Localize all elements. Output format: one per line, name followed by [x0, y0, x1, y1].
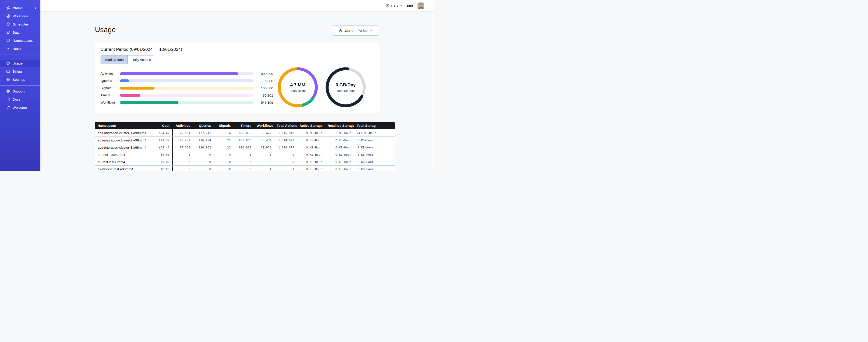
column-header-namespace: Namespace	[95, 124, 152, 128]
namespace-link[interactable]: abs-migration-cluster-2.a98mm4	[98, 138, 146, 142]
cell-active_storage: 0 KB-Hour	[297, 137, 325, 144]
cell-signals: 22	[214, 138, 234, 142]
sidebar-item-label: Namespaces	[13, 39, 33, 42]
cell-queries: 0	[193, 160, 214, 164]
sidebar-item-label: Schedules	[13, 22, 29, 26]
namespace-link[interactable]: a0-test-2.a98mm4	[98, 160, 125, 164]
sidebar-item-label: Workflows	[13, 14, 28, 18]
namespace-link[interactable]: bk-worker-test.a98mm4	[98, 167, 133, 171]
donut-total-actions: 4.7 MMTotal Actions	[277, 67, 318, 108]
table-row: a0-test-1.a98mm4$0.000000000 KB-Hour0 KB…	[95, 151, 395, 158]
cell-queries: 126,862	[193, 146, 214, 149]
sidebar-item-billing[interactable]: Billing	[0, 68, 40, 75]
timezone-select[interactable]: UTC	[386, 4, 402, 8]
column-header-cost: Cost	[152, 124, 172, 128]
bar-label: Activities	[100, 72, 117, 75]
donut-charts: 4.7 MMTotal Actions0 GB/DayTotal Storage	[277, 67, 374, 108]
clock-icon	[386, 4, 390, 8]
cell-active_storage: 0 KB-Hour	[297, 166, 325, 171]
usage-bar-chart: Activities900,000Queries5,000Signals130,…	[100, 67, 277, 108]
scrollbar-track[interactable]	[432, 12, 434, 171]
sidebar-item-support[interactable]: Support	[0, 88, 40, 95]
sidebar-collapse-icon[interactable]	[34, 6, 37, 9]
sidebar-item-docs[interactable]: Docs	[0, 96, 40, 103]
cell-activities: 75,501	[172, 129, 193, 136]
bar-label: Queries	[100, 79, 117, 82]
cell-workflows: 0	[254, 160, 274, 164]
column-header-active_storage: Active Storage	[297, 124, 325, 128]
cell-total_storage: 0 KB-Hour	[354, 138, 376, 142]
sidebar: Cloud Workflows Schedules Batch Namespac…	[0, 0, 40, 171]
cell-total_actions: 1,114,872	[274, 138, 297, 142]
period-select-button[interactable]: Current Period	[332, 26, 379, 36]
cell-workflows: 0	[254, 153, 274, 156]
namespace-link[interactable]: abs-migration-cluster-3.a98mm4	[98, 145, 146, 149]
docs-book-icon	[6, 97, 10, 101]
sidebar-item-welcome[interactable]: Welcome	[0, 104, 40, 111]
cell-total_actions: 1,115,018	[274, 131, 297, 135]
cell-timers: 0	[234, 167, 254, 171]
sidebar-item-nexus[interactable]: Nexus	[0, 45, 40, 52]
cell-cost: $0.00	[152, 167, 172, 171]
cell-retained_storage: 182 MB-Hour	[325, 131, 354, 135]
bar-value: 900,000	[256, 72, 273, 76]
table-row: abs-migration-cluster-1.a98mm4$34.4275,5…	[95, 129, 395, 136]
avatar[interactable]	[417, 2, 424, 9]
cell-namespace: bk-worker-test.a98mm4	[95, 167, 152, 171]
table-row: abs-migration-cluster-3.a98mm4$38.4277,3…	[95, 144, 395, 151]
sidebar-item-label: Settings	[13, 78, 25, 81]
donut-total-storage: 0 GB/DayTotal Storage	[325, 67, 366, 108]
bar-value: 85,201	[256, 93, 273, 97]
cell-namespace: abs-migration-cluster-1.a98mm4	[95, 131, 152, 135]
sidebar-item-batch[interactable]: Batch	[0, 29, 40, 36]
namespaces-cube-icon	[6, 38, 10, 42]
timezone-value: UTC	[391, 4, 398, 8]
cell-active_storage: 0 KB-Hour	[297, 158, 325, 165]
settings-gear-icon	[6, 77, 10, 81]
tab-daily-actions[interactable]: Daily Actions	[127, 56, 155, 64]
card-title: Current Period (09/01/2024 — 10/01/2024)	[100, 47, 374, 52]
sidebar-item-label: Welcome	[13, 106, 27, 109]
cell-signals: 0	[214, 160, 234, 164]
sidebar-brand[interactable]: Cloud	[0, 4, 40, 11]
sidebar-divider	[0, 86, 40, 86]
sidebar-item-usage[interactable]: Usage	[0, 60, 40, 67]
sidebar-item-label: Usage	[13, 61, 23, 65]
cell-queries: 0	[193, 167, 214, 171]
cell-cost: $0.00	[152, 160, 172, 164]
donut-value: 4.7 MM	[290, 82, 305, 88]
cell-activities: 0	[172, 158, 193, 165]
cell-cost: $0.00	[152, 153, 172, 156]
stopwatch-icon	[338, 29, 342, 33]
cell-signals: 22	[214, 146, 234, 149]
page-title: Usage	[95, 26, 116, 34]
sidebar-item-workflows[interactable]: Workflows	[0, 13, 40, 20]
cell-retained_storage: 0 KB-Hour	[325, 167, 354, 171]
namespace-link[interactable]: a0-test-1.a98mm4	[98, 153, 125, 157]
cell-cost: $29.32	[152, 138, 172, 142]
cell-activities: 0	[172, 166, 193, 171]
cell-timers: 0	[234, 160, 254, 164]
cell-total_actions: 0	[274, 160, 297, 164]
sidebar-item-schedules[interactable]: Schedules	[0, 21, 40, 28]
bar-label: Signals	[100, 86, 117, 90]
cell-signals: 0	[214, 167, 234, 171]
bar-row-activities: Activities900,000	[100, 70, 277, 77]
sidebar-item-settings[interactable]: Settings	[0, 76, 40, 83]
cell-active_storage: 0 KB-Hour	[297, 144, 325, 151]
cell-workflows: 55,454	[254, 138, 274, 142]
donut-value: 0 GB/Day	[336, 82, 356, 88]
user-menu[interactable]	[417, 2, 429, 9]
feedback-glasses-icon[interactable]	[407, 4, 413, 8]
column-header-queries: Queries	[193, 124, 214, 128]
namespace-link[interactable]: abs-migration-cluster-1.a98mm4	[98, 131, 146, 135]
workflows-icon	[6, 14, 10, 18]
sidebar-item-namespaces[interactable]: Namespaces	[0, 37, 40, 44]
cell-cost: $34.42	[152, 131, 172, 135]
cell-timers: 856,865	[234, 131, 254, 135]
bar-track	[120, 101, 253, 104]
tab-total-actions[interactable]: Total Actions	[101, 56, 127, 64]
welcome-rocket-icon	[6, 105, 10, 109]
cell-signals: 14	[214, 131, 234, 135]
cell-total_actions: 1,174,077	[274, 146, 297, 149]
